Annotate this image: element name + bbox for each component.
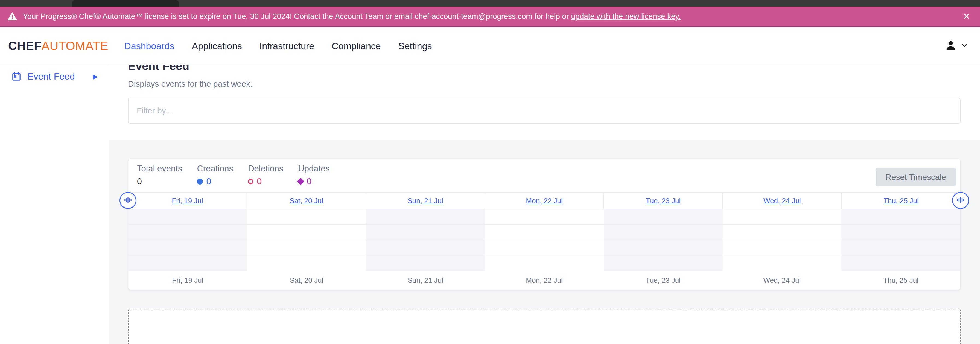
close-icon[interactable]: ✕ — [961, 11, 972, 22]
logo-chef-text: CHEF — [8, 39, 41, 53]
chef-automate-screen: Your Progress® Chef® Automate™ license i… — [0, 0, 980, 344]
day-column — [366, 209, 485, 271]
logo-automate-text: AUTOMATE — [41, 39, 108, 53]
day-column — [485, 209, 604, 271]
timeline-day-stripes — [128, 209, 960, 271]
expand-arrow-icon: ▶ — [93, 73, 98, 80]
event-feed-card: Total events 0 Creations 0 — [128, 159, 961, 290]
stat-label: Total events — [137, 164, 182, 174]
page-title: Event Feed — [128, 65, 961, 73]
nav-item-infrastructure[interactable]: Infrastructure — [259, 41, 314, 51]
empty-events-panel — [128, 309, 961, 344]
creation-marker-icon — [197, 178, 203, 185]
stat-value: 0 — [307, 176, 312, 186]
sidebar-item-label: Event Feed — [27, 71, 75, 82]
stat-value: 0 — [257, 176, 262, 186]
timescale-scrubber-right[interactable] — [952, 192, 969, 209]
timeline-day-label: Sat, 20 Jul — [247, 276, 366, 285]
timeline-day-label: Wed, 24 Jul — [723, 276, 842, 285]
timeline-header-row: Fri, 19 Jul Sat, 20 Jul Sun, 21 Jul Mon,… — [128, 192, 960, 209]
timeline-day-label: Tue, 23 Jul — [604, 276, 723, 285]
deletion-marker-icon — [248, 179, 253, 184]
stat-value: 0 — [137, 176, 142, 186]
stat-label: Creations — [197, 164, 233, 174]
nav-item-compliance[interactable]: Compliance — [332, 41, 381, 51]
reset-timescale-button[interactable]: Reset Timescale — [875, 168, 956, 186]
stat-label: Updates — [298, 164, 329, 174]
user-menu-button[interactable] — [945, 39, 968, 53]
license-warning-banner: Your Progress® Chef® Automate™ license i… — [0, 6, 980, 27]
day-column — [128, 209, 247, 271]
chef-automate-logo[interactable]: CHEFAUTOMATE — [8, 39, 108, 53]
day-column — [842, 209, 960, 271]
sidebar-item-event-feed[interactable]: Event Feed ▶ — [0, 65, 109, 82]
timeline-grid — [128, 209, 960, 271]
timeline-day-link[interactable]: Tue, 23 Jul — [646, 197, 681, 205]
sidebar: Event Feed ▶ — [0, 65, 110, 344]
timeline-day-label: Thu, 25 Jul — [842, 276, 960, 285]
update-marker-icon — [297, 178, 304, 185]
filter-input[interactable] — [128, 98, 961, 124]
timeline-day-link[interactable]: Sun, 21 Jul — [407, 197, 443, 205]
day-column — [723, 209, 842, 271]
timeline-day-link[interactable]: Thu, 25 Jul — [883, 197, 919, 205]
timescale-scrubber-left[interactable] — [119, 192, 137, 209]
timeline-day-label: Mon, 22 Jul — [485, 276, 604, 285]
event-stats-bar: Total events 0 Creations 0 — [128, 159, 960, 192]
app-header: CHEFAUTOMATE Dashboards Applications Inf… — [0, 27, 980, 65]
warning-triangle-icon — [8, 12, 17, 21]
nav-item-settings[interactable]: Settings — [398, 41, 432, 51]
timeline-day-label: Sun, 21 Jul — [366, 276, 485, 285]
user-icon — [945, 39, 957, 53]
main-nav: Dashboards Applications Infrastructure C… — [124, 41, 432, 51]
page-title-clip: Event Feed — [128, 65, 961, 73]
stat-value: 0 — [206, 176, 211, 186]
nav-item-applications[interactable]: Applications — [192, 41, 242, 51]
browser-chrome-strip — [0, 0, 980, 6]
main-panel: Event Feed Displays events for the past … — [110, 65, 980, 344]
timeline-footer-row: Fri, 19 Jul Sat, 20 Jul Sun, 21 Jul Mon,… — [128, 271, 960, 290]
timeline-day-link[interactable]: Fri, 19 Jul — [172, 197, 203, 205]
timeline-day-link[interactable]: Mon, 22 Jul — [526, 197, 562, 205]
stat-updates: Updates 0 — [298, 164, 329, 192]
chevron-down-icon — [961, 42, 968, 50]
day-column — [247, 209, 366, 271]
page-subtitle: Displays events for the past week. — [128, 79, 961, 89]
page-head-section: Event Feed Displays events for the past … — [110, 65, 980, 140]
stat-deletions: Deletions 0 — [248, 164, 283, 192]
calendar-icon — [11, 72, 21, 81]
events-section: Total events 0 Creations 0 — [110, 140, 980, 344]
stat-total-events: Total events 0 — [137, 164, 182, 192]
stat-creations: Creations 0 — [197, 164, 233, 192]
nav-item-dashboards[interactable]: Dashboards — [124, 41, 174, 51]
license-warning-text: Your Progress® Chef® Automate™ license i… — [23, 12, 569, 21]
timeline-day-link[interactable]: Sat, 20 Jul — [290, 197, 323, 205]
day-column — [604, 209, 723, 271]
timeline-day-label: Fri, 19 Jul — [128, 276, 247, 285]
graphic-eq-icon — [124, 196, 132, 205]
stat-label: Deletions — [248, 164, 283, 174]
timeline-day-link[interactable]: Wed, 24 Jul — [764, 197, 801, 205]
update-license-link[interactable]: update with the new license key. — [571, 12, 681, 21]
browser-tab[interactable] — [72, 0, 179, 6]
event-feed-card-inner: Total events 0 Creations 0 — [128, 159, 961, 290]
graphic-eq-icon — [956, 196, 965, 205]
content-area: Event Feed ▶ Event Feed Displays events … — [0, 65, 980, 344]
